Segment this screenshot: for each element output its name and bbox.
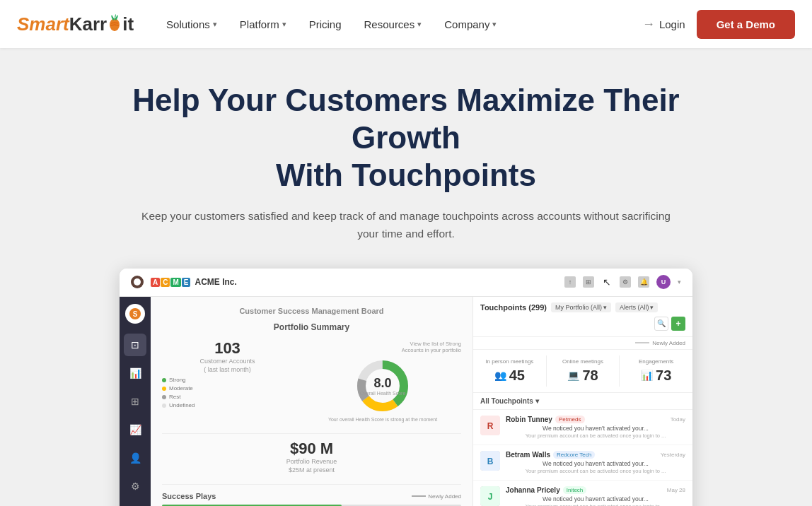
hero-subtitle: Keep your customers satisfied and keep t… — [130, 208, 682, 243]
tp-sub-2: Your premium account can be activated on… — [506, 503, 685, 506]
db-avatar-chevron: ▾ — [678, 278, 681, 286]
tp-name-0: Robin Tunney — [506, 416, 552, 423]
nav-platform-label: Platform — [240, 18, 279, 30]
hero-section: Help Your Customers Maximize Their Growt… — [0, 48, 812, 506]
db-stat-accounts: 103 Customer Accounts ( last last month)… — [162, 341, 293, 408]
db-tp-newly: Newly Added — [473, 337, 692, 350]
db-metrics-row: In person meetings 👥 45 Online meetings … — [473, 350, 692, 393]
db-revenue-value: $90 M — [162, 441, 461, 457]
db-board-title: Customer Success Management Board — [162, 307, 461, 315]
tp-sub-1: Your premium account can be activated on… — [506, 468, 685, 474]
nav-resources[interactable]: Resources ▾ — [354, 13, 432, 36]
db-accounts-label: Customer Accounts ( last last month) — [162, 358, 293, 374]
tp-item-2[interactable]: J Johanna Pricely Initech May 28 — [473, 481, 692, 506]
db-portfolio-summary: Portfolio Summary 103 Customer Accounts … — [162, 322, 461, 422]
sidebar-item-users[interactable]: 👤 — [124, 447, 146, 469]
login-button[interactable]: → Login — [642, 17, 685, 32]
tp-avatar-0: R — [480, 416, 500, 435]
db-sidebar-logo-small — [131, 276, 144, 288]
db-tp-search: 🔍 + — [654, 317, 685, 331]
sidebar-item-dashboard[interactable]: ⊡ — [124, 334, 146, 356]
db-portfolio-title: Portfolio Summary — [162, 322, 461, 332]
tp-name-1: Betram Walls — [506, 451, 550, 459]
tp-item-0[interactable]: R Robin Tunney Petmeds Today We — [473, 410, 692, 445]
db-bell-icon[interactable]: 🔔 — [638, 276, 649, 288]
svg-text:B: B — [487, 457, 494, 466]
svg-text:J: J — [488, 492, 493, 502]
legend-undefined: Undefined — [162, 402, 293, 408]
db-engagements-value: 73 — [656, 367, 671, 384]
login-label: Login — [659, 18, 685, 30]
db-health-score: 8.0 Overall Health Score — [360, 376, 406, 396]
db-cursor-icon: ↖ — [601, 276, 613, 288]
db-user-avatar[interactable]: U — [656, 275, 671, 289]
chevron-down-icon: ▾ — [417, 20, 422, 29]
sidebar-item-apps[interactable]: ⋮⋮ — [124, 503, 146, 506]
db-sidebar-brand: S — [125, 304, 145, 324]
legend-rest: Rest — [162, 394, 293, 400]
db-view-area: View the list of StrongAccounts in your … — [304, 341, 461, 422]
svg-text:S: S — [133, 310, 138, 318]
nav-platform[interactable]: Platform ▾ — [230, 13, 296, 36]
db-revenue: $90 M Portfolio Revenue $25M at present — [162, 441, 461, 474]
db-grid-icon[interactable]: ⊞ — [583, 276, 594, 288]
db-tp-filter-alerts[interactable]: Alerts (All) ▾ — [615, 302, 659, 312]
tp-name-2: Johanna Pricely — [506, 486, 560, 494]
chevron-down-icon: ▾ — [213, 20, 217, 29]
tp-msg-0: We noticed you haven't activated your... — [506, 425, 685, 432]
db-topbar: A C M E ACME Inc. ↑ ⊞ ↖ ⚙ 🔔 U ▾ — [120, 269, 692, 297]
chevron-down-icon: ▾ — [492, 20, 497, 29]
tp-date-1: Yesterday — [661, 452, 685, 458]
tp-msg-2: We noticed you haven't activated your... — [506, 495, 685, 502]
db-tp-title: Touchpoints (299) — [480, 303, 547, 312]
svg-text:R: R — [487, 421, 494, 431]
logo[interactable]: SmartKarr it — [17, 13, 134, 35]
get-demo-button[interactable]: Get a Demo — [697, 10, 795, 39]
db-tp-filter-portfolio[interactable]: My Portfolio (All) ▾ — [551, 302, 611, 312]
db-topbar-icons: ↑ ⊞ ↖ ⚙ 🔔 U ▾ — [564, 275, 681, 289]
chevron-down-icon: ▾ — [282, 20, 286, 29]
db-tp-filter-row: All Touchpoints ▾ — [473, 393, 692, 410]
sidebar-item-grid[interactable]: ⊞ — [124, 390, 146, 413]
sidebar-item-chart[interactable]: 📊 — [124, 362, 146, 384]
db-tp-header: Touchpoints (299) My Portfolio (All) ▾ A… — [473, 297, 692, 337]
db-newly-added: Newly Added — [412, 493, 461, 500]
db-health-sub: Your overall Health Score is strong at t… — [304, 417, 461, 422]
nav-company-label: Company — [444, 18, 489, 30]
nav-company[interactable]: Company ▾ — [434, 13, 506, 36]
nav-pricing[interactable]: Pricing — [299, 13, 352, 36]
db-metric-online: Online meetings 💻 78 — [546, 355, 620, 387]
in-person-icon: 👥 — [494, 370, 506, 381]
sidebar-item-filters[interactable]: ⚙ — [124, 475, 146, 498]
db-sidebar: S ⊡ 📊 ⊞ 📈 👤 ⚙ ⋮⋮ — [120, 297, 151, 506]
tp-item-1[interactable]: B Betram Walls Redcore Tech Yesterday — [473, 445, 692, 481]
db-all-touchpoints[interactable]: All Touchpoints ▾ — [480, 397, 539, 405]
tp-sub-0: Your premium account can be activated on… — [506, 433, 685, 439]
db-metric-engagements: Engagements 📊 73 — [619, 355, 692, 387]
nav-links: Solutions ▾ Platform ▾ Pricing Resources… — [156, 13, 642, 36]
db-upload-icon[interactable]: ↑ — [564, 276, 576, 288]
hero-title: Help Your Customers Maximize Their Growt… — [102, 82, 710, 194]
db-settings-icon[interactable]: ⚙ — [620, 276, 631, 288]
sidebar-item-graph[interactable]: 📈 — [124, 418, 146, 441]
db-acme-badge: A C M E ACME Inc. — [151, 277, 237, 287]
login-arrow-icon: → — [642, 17, 655, 32]
db-add-button[interactable]: + — [671, 317, 685, 331]
tp-msg-1: We noticed you haven't activated your... — [506, 460, 685, 467]
db-success-plays: Success Plays Newly Added — [162, 492, 461, 506]
db-success-title: Success Plays — [162, 492, 216, 500]
db-accounts-value: 103 — [162, 341, 293, 356]
tp-date-0: Today — [671, 416, 685, 423]
db-donut-chart: 8.0 Overall Health Score — [304, 358, 461, 414]
db-search-button[interactable]: 🔍 — [654, 317, 668, 331]
nav-pricing-label: Pricing — [309, 18, 342, 30]
db-legend: Strong Moderate Rest — [162, 377, 293, 408]
db-metric-inperson: In person meetings 👥 45 — [473, 355, 546, 387]
tp-tag-2: Initech — [563, 486, 587, 494]
db-revenue-label: Portfolio Revenue $25M at present — [162, 458, 461, 474]
nav-solutions[interactable]: Solutions ▾ — [156, 13, 227, 36]
legend-moderate: Moderate — [162, 385, 293, 392]
chevron-down-icon: ▾ — [535, 397, 539, 405]
tp-avatar-2: J — [480, 486, 500, 506]
tp-tag-0: Petmeds — [555, 416, 585, 423]
